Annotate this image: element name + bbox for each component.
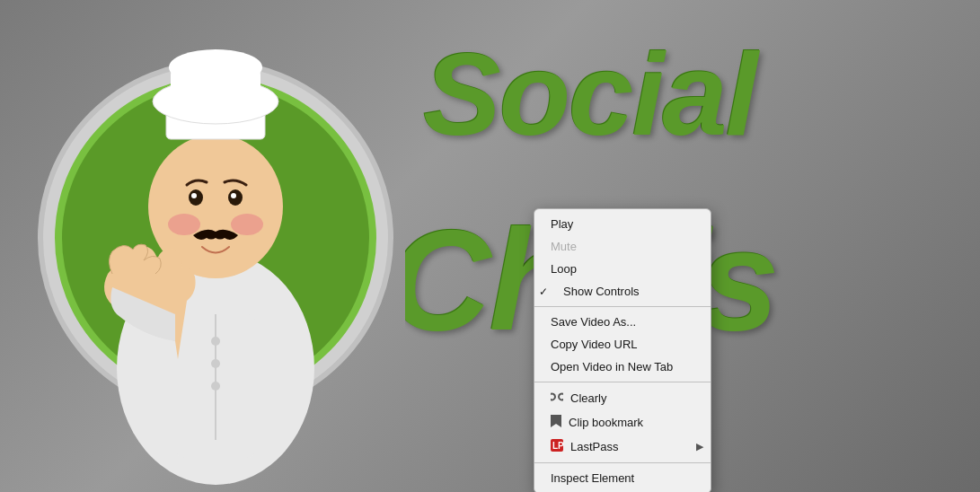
lastpass-icon: LP (551, 439, 563, 454)
menu-item-label: Clip bookmark (567, 416, 643, 429)
svg-point-19 (211, 382, 220, 391)
menu-separator (534, 462, 711, 463)
menu-item-clip-bookmark[interactable]: Clip bookmark (534, 410, 711, 435)
menu-item-label: Show Controls (551, 285, 640, 298)
menu-separator (534, 306, 711, 307)
svg-marker-20 (551, 415, 561, 427)
menu-item-open-new-tab[interactable]: Open Video in New Tab (534, 356, 711, 378)
checkmark-icon: ✓ (539, 286, 548, 298)
menu-item-inspect-element[interactable]: Inspect Element (534, 467, 711, 489)
context-menu: PlayMuteLoop✓Show ControlsSave Video As.… (534, 208, 711, 492)
svg-point-17 (211, 337, 220, 346)
chef-logo (27, 9, 422, 485)
menu-item-clearly[interactable]: Clearly (534, 386, 711, 410)
svg-point-10 (231, 193, 236, 198)
menu-item-label: Save Video As... (551, 315, 636, 329)
menu-item-label: Open Video in New Tab (551, 360, 673, 373)
menu-item-label: Inspect Element (551, 471, 634, 485)
clearly-icon (551, 391, 563, 406)
svg-point-9 (191, 193, 197, 198)
submenu-arrow-icon: ▶ (696, 441, 703, 452)
menu-item-loop[interactable]: Loop (534, 258, 711, 280)
menu-item-mute: Mute (534, 235, 711, 258)
menu-item-label: Copy Video URL (551, 338, 638, 351)
menu-item-lastpass[interactable]: LPLastPass▶ (534, 435, 711, 459)
menu-item-label: Loop (551, 262, 577, 276)
svg-point-6 (231, 214, 263, 235)
clip-icon (551, 415, 561, 430)
svg-text:LP: LP (552, 441, 563, 451)
svg-point-18 (211, 359, 220, 368)
menu-separator (534, 382, 711, 382)
svg-point-14 (169, 49, 262, 85)
social-word: Social (423, 27, 756, 162)
menu-item-play[interactable]: Play (534, 213, 711, 235)
menu-item-label: Mute (551, 240, 577, 253)
svg-point-5 (168, 214, 200, 235)
menu-item-show-controls[interactable]: ✓Show Controls (534, 280, 711, 303)
menu-item-label: Play (551, 217, 573, 231)
menu-item-copy-url[interactable]: Copy Video URL (534, 333, 711, 356)
menu-item-label: Clearly (569, 391, 606, 405)
menu-item-save-video[interactable]: Save Video As... (534, 311, 711, 333)
menu-item-label: LastPass (569, 440, 618, 453)
